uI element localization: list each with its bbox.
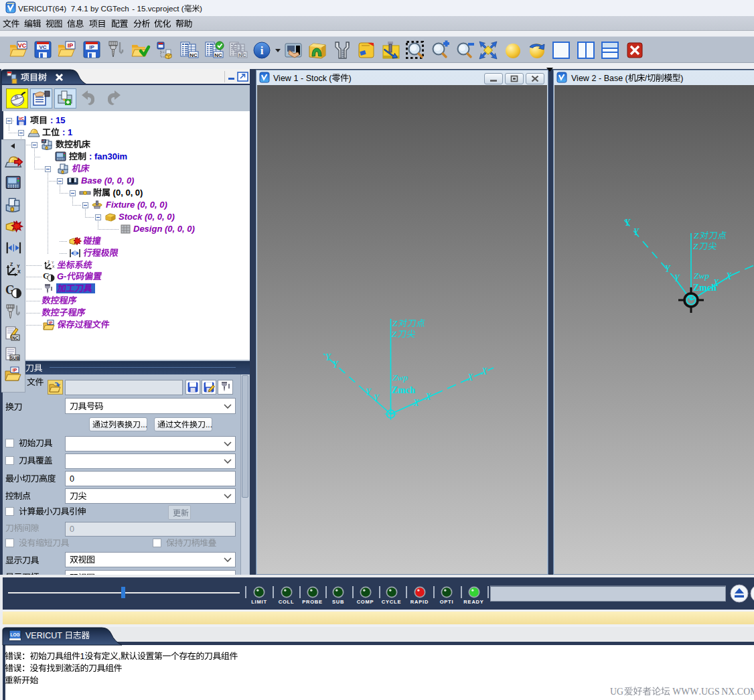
svg-text:(0,: (0, <box>102 176 115 186</box>
svg-text:Desi: Desi <box>133 224 152 234</box>
svg-text:,: , <box>119 652 121 661</box>
svg-text:Zwp: Zwp <box>694 271 710 281</box>
svg-text:Fixt: Fixt <box>106 200 122 210</box>
svg-text:Base: Base <box>81 176 102 186</box>
svg-text:0, 0: 0, 0 <box>167 224 182 234</box>
svg-text:Zwp: Zwp <box>392 372 408 382</box>
svg-text:Y: Y <box>366 387 372 397</box>
svg-text:(: ( <box>181 4 184 13</box>
svg-text:: fa: : fa <box>89 151 102 161</box>
svg-text:X: X <box>17 269 21 274</box>
svg-text:n30i: n30i <box>102 151 119 161</box>
svg-text:X: X <box>52 265 55 269</box>
svg-text:.1 b: .1 b <box>82 4 95 13</box>
svg-text:(0,: (0, <box>137 200 150 210</box>
svg-text:...: ... <box>141 420 147 429</box>
svg-text:IP: IP <box>89 44 94 50</box>
svg-text:SUB: SUB <box>10 356 19 360</box>
svg-text:Y: Y <box>633 227 640 237</box>
svg-text:NC: NC <box>214 52 222 58</box>
svg-text:/: / <box>645 74 648 83</box>
svg-text:View: View <box>273 74 292 83</box>
svg-text:m: m <box>119 151 127 161</box>
svg-text:X: X <box>725 271 732 281</box>
svg-text:1 -: 1 - <box>291 74 303 83</box>
svg-text:1: 1 <box>80 652 85 661</box>
svg-text:: 1: : 1 <box>62 127 72 137</box>
svg-text:0,: 0, <box>115 176 127 186</box>
svg-text:Z: Z <box>694 230 699 240</box>
svg-text:LOG: LOG <box>10 632 19 637</box>
svg-text:CUT: CUT <box>45 631 64 640</box>
svg-text:Z: Z <box>392 318 398 328</box>
svg-text:WWW: WWW <box>670 687 699 697</box>
svg-text:Y: Y <box>374 393 380 403</box>
svg-text:View: View <box>571 74 590 83</box>
svg-text:OM: OM <box>743 687 754 697</box>
svg-text:0, 0: 0, 0 <box>150 200 165 210</box>
svg-text:Tech: Tech <box>112 4 129 13</box>
svg-text:X: X <box>467 372 473 382</box>
svg-text:ck (: ck ( <box>318 74 332 83</box>
svg-text:Zmch: Zmch <box>392 385 415 395</box>
svg-text:, 0,: , 0, <box>152 212 165 222</box>
svg-text:0): 0) <box>135 188 143 198</box>
svg-text:): ) <box>200 4 202 13</box>
svg-text:Sto: Sto <box>303 74 318 83</box>
svg-text:VERI: VERI <box>25 631 45 640</box>
svg-text:7.4: 7.4 <box>68 4 82 13</box>
svg-text:VC: VC <box>19 117 24 121</box>
svg-text:G-: G- <box>57 271 66 281</box>
svg-text:Y: Y <box>674 273 681 283</box>
svg-text:NC: NC <box>12 336 19 340</box>
svg-text:: 15: : 15 <box>50 115 65 125</box>
svg-text:NX.C: NX.C <box>721 687 743 697</box>
svg-text:IP: IP <box>13 368 17 372</box>
svg-text:Z: Z <box>693 241 698 251</box>
svg-text:X: X <box>712 278 719 288</box>
svg-text:Y: Y <box>325 352 332 362</box>
svg-text:Z: Z <box>392 329 397 339</box>
svg-text:ure: ure <box>121 200 137 210</box>
svg-text:Bas: Bas <box>601 74 618 83</box>
svg-text:e (: e ( <box>618 74 628 83</box>
svg-text:...: ... <box>206 420 212 429</box>
svg-text:k (0: k (0 <box>137 212 153 222</box>
svg-text:.UGS: .UGS <box>699 687 720 697</box>
svg-text:- 1: - 1 <box>130 4 141 13</box>
svg-text:(0,: (0, <box>110 188 123 198</box>
svg-text:5.vc: 5.vc <box>141 4 156 13</box>
svg-text:CUT(: CUT( <box>36 4 55 13</box>
svg-text:i: i <box>260 44 264 57</box>
svg-text:VC: VC <box>18 42 27 49</box>
svg-text:proj: proj <box>156 4 169 13</box>
svg-text:0: 0 <box>70 524 74 534</box>
svg-text:VERI: VERI <box>18 4 36 13</box>
svg-text:0: 0 <box>70 474 74 484</box>
svg-text:UG: UG <box>610 687 623 697</box>
svg-text:): ) <box>680 74 683 83</box>
svg-text:64): 64) <box>55 4 68 13</box>
svg-text:IP: IP <box>68 42 74 49</box>
svg-text:VC: VC <box>39 44 46 50</box>
svg-text:2 -: 2 - <box>589 74 601 83</box>
svg-text:, 0): , 0) <box>181 224 195 234</box>
svg-text:gn (: gn ( <box>151 224 169 234</box>
svg-text:Y: Y <box>625 218 631 228</box>
svg-text:0): 0) <box>165 212 175 222</box>
svg-text:X: X <box>412 398 419 408</box>
svg-text:X: X <box>481 366 487 376</box>
svg-text:X: X <box>425 392 431 402</box>
svg-text:Y: Y <box>665 264 672 274</box>
svg-text:): ) <box>349 74 352 83</box>
svg-text:Y: Y <box>333 360 340 370</box>
svg-text:y CG: y CG <box>94 4 112 13</box>
svg-text:Stoc: Stoc <box>119 212 138 222</box>
svg-text:Y: Y <box>17 264 20 269</box>
svg-text:0,: 0, <box>123 188 135 198</box>
svg-text:Z: Z <box>48 260 50 264</box>
svg-text:IP: IP <box>49 321 53 325</box>
svg-text:0): 0) <box>127 176 135 186</box>
svg-text:Z: Z <box>10 262 13 267</box>
svg-text:ect: ect <box>169 4 181 13</box>
